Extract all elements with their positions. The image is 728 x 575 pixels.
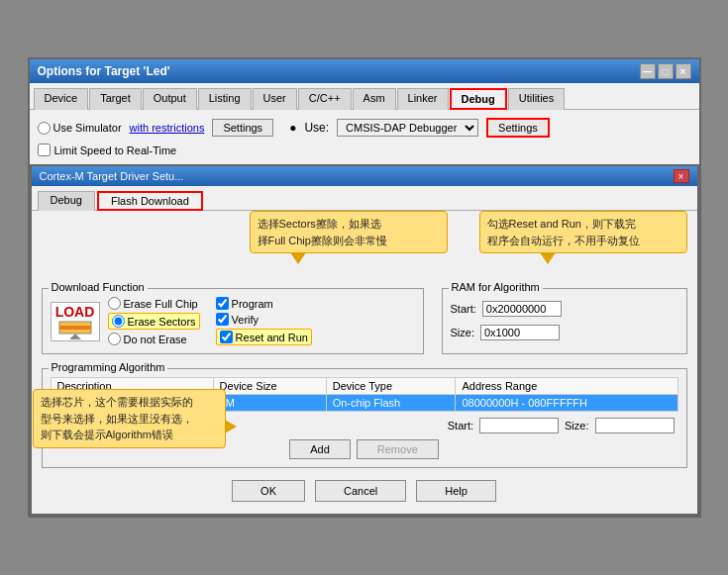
col-device-type: Device Type — [326, 378, 456, 395]
svg-marker-2 — [69, 334, 81, 339]
tab-linker[interactable]: Linker — [397, 88, 449, 110]
ok-button[interactable]: OK — [232, 480, 305, 502]
cell-address-range: 08000000H - 080FFFFFH — [456, 395, 677, 412]
callout-top-left-text: 选择Sectors擦除，如果选 择Full Chip擦除则会非常慢 — [258, 218, 387, 246]
col-address-range: Address Range — [456, 378, 677, 395]
erase-sectors-radio[interactable]: Erase Sectors — [108, 313, 200, 330]
callout-top-right-text: 勾选Reset and Run，则下载完 程序会自动运行，不用手动复位 — [487, 218, 640, 246]
erase-full-chip-label: Erase Full Chip — [124, 298, 198, 310]
ram-start-input[interactable] — [482, 301, 562, 317]
limit-row: Limit Speed to Real-Time — [38, 144, 691, 156]
ram-start-label: Start: — [451, 303, 476, 315]
ram-size-input[interactable] — [480, 325, 560, 340]
load-icon-area: LOAD — [51, 297, 100, 345]
tab-target[interactable]: Target — [89, 88, 142, 110]
do-not-erase-label: Do not Erase — [124, 334, 187, 345]
program-label: Program — [232, 298, 273, 310]
tab-asm[interactable]: Asm — [353, 88, 396, 110]
ram-row: Start: — [451, 301, 678, 317]
cortex-title-bar: Cortex-M Target Driver Setu... × — [32, 166, 697, 186]
programming-algorithm-group: Programming Algorithm Description Device… — [42, 368, 687, 468]
erase-sectors-input[interactable] — [112, 315, 125, 328]
inner-tab-flash-download[interactable]: Flash Download — [97, 191, 203, 211]
ram-algorithm-label: RAM for Algorithm — [449, 281, 543, 293]
programming-algorithm-label: Programming Algorithm — [49, 361, 168, 373]
prog-start-label: Start: — [448, 420, 473, 431]
do-not-erase-input[interactable] — [108, 333, 121, 345]
help-button[interactable]: Help — [416, 480, 496, 502]
download-function-label: Download Function — [49, 281, 148, 293]
download-layout: LOAD E — [51, 293, 415, 345]
inner-tab-debug[interactable]: Debug — [38, 191, 95, 211]
erase-options-block: Erase Full Chip Erase Sectors Do not Era… — [108, 297, 200, 345]
bottom-buttons: OK Cancel Help — [36, 474, 693, 510]
use-simulator-radio[interactable]: Use Simulator — [38, 122, 122, 135]
title-bar-buttons: — □ × — [640, 63, 691, 79]
content-area: Use Simulator with restrictions Settings… — [30, 110, 699, 162]
cortex-close-button[interactable]: × — [674, 169, 689, 183]
cortex-dialog-title: Cortex-M Target Driver Setu... — [40, 170, 184, 182]
col-device-size: Device Size — [213, 378, 326, 395]
download-ram-row: Download Function LOAD — [36, 282, 693, 360]
do-not-erase-radio[interactable]: Do not Erase — [108, 333, 200, 345]
svg-rect-1 — [59, 326, 91, 330]
simulator-radio-input[interactable] — [38, 122, 51, 135]
callout-top-left: 选择Sectors擦除，如果选 择Full Chip擦除则会非常慢 — [250, 211, 448, 253]
callout-top-right: 勾选Reset and Run，则下载完 程序会自动运行，不用手动复位 — [479, 211, 687, 253]
load-icon: LOAD — [51, 302, 100, 341]
limit-speed-label: Limit Speed to Real-Time — [54, 144, 177, 156]
use-settings-button[interactable]: Settings — [486, 118, 550, 138]
add-button[interactable]: Add — [289, 439, 351, 459]
prog-size-label: Size: — [565, 420, 588, 431]
check-options-block: Program Verify Reset and Run — [216, 297, 312, 345]
erase-full-chip-radio[interactable]: Erase Full Chip — [108, 297, 200, 310]
title-bar: Options for Target 'Led' — □ × — [30, 59, 699, 83]
cancel-button[interactable]: Cancel — [315, 480, 406, 502]
cell-device-size: 1M — [213, 395, 326, 412]
verify-checkbox[interactable] — [216, 313, 229, 326]
tab-cpp[interactable]: C/C++ — [298, 88, 352, 110]
verify-check[interactable]: Verify — [216, 313, 312, 326]
ram-size-label: Size: — [451, 327, 474, 338]
bullet-icon: ● — [289, 121, 296, 135]
cell-device-type: On-chip Flash — [326, 395, 456, 412]
prog-start-input[interactable] — [479, 418, 559, 433]
load-text: LOAD — [55, 304, 95, 320]
main-tab-bar: Device Target Output Listing User C/C++ … — [30, 83, 699, 110]
tab-user[interactable]: User — [253, 88, 297, 110]
close-button[interactable]: × — [676, 63, 691, 79]
program-check[interactable]: Program — [216, 297, 312, 310]
debugger-select[interactable]: CMSIS-DAP Debugger — [337, 119, 478, 137]
prog-size-input[interactable] — [595, 418, 675, 433]
cortex-dialog: Cortex-M Target Driver Setu... × Debug F… — [30, 164, 699, 516]
remove-button[interactable]: Remove — [357, 439, 439, 459]
tab-output[interactable]: Output — [143, 88, 197, 110]
erase-full-chip-input[interactable] — [108, 297, 121, 310]
restrictions-link[interactable]: with restrictions — [130, 122, 205, 134]
reset-run-label: Reset and Run — [236, 332, 308, 343]
download-function-group: Download Function LOAD — [42, 288, 424, 354]
tab-utilities[interactable]: Utilities — [508, 88, 565, 110]
tab-device[interactable]: Device — [34, 88, 89, 110]
verify-label: Verify — [232, 314, 260, 326]
program-checkbox[interactable] — [216, 297, 229, 310]
simulator-row: Use Simulator with restrictions Settings… — [38, 116, 691, 140]
reset-run-checkbox[interactable] — [220, 331, 233, 343]
simulator-settings-button[interactable]: Settings — [212, 119, 273, 137]
erase-sectors-label: Erase Sectors — [128, 316, 196, 328]
callout-bottom-left-text: 选择芯片，这个需要根据实际的 型号来选择，如果这里没有选， 则下载会提示Algo… — [41, 396, 193, 440]
window-title: Options for Target 'Led' — [38, 64, 170, 78]
callout-bottom-left: 选择芯片，这个需要根据实际的 型号来选择，如果这里没有选， 则下载会提示Algo… — [33, 389, 226, 448]
minimize-button[interactable]: — — [640, 63, 656, 79]
main-window: Options for Target 'Led' — □ × Device Ta… — [28, 57, 701, 518]
use-simulator-label: Use Simulator — [53, 122, 122, 134]
cortex-content: 选择Sectors擦除，如果选 择Full Chip擦除则会非常慢 勾选Rese… — [32, 211, 697, 514]
use-label: Use: — [304, 121, 329, 135]
ram-size-row: Size: — [451, 325, 678, 340]
inner-tab-bar: Debug Flash Download — [32, 186, 697, 211]
tab-debug[interactable]: Debug — [450, 88, 507, 110]
reset-run-check[interactable]: Reset and Run — [216, 329, 312, 345]
maximize-button[interactable]: □ — [658, 63, 674, 79]
tab-listing[interactable]: Listing — [198, 88, 252, 110]
limit-speed-checkbox[interactable] — [38, 144, 51, 156]
